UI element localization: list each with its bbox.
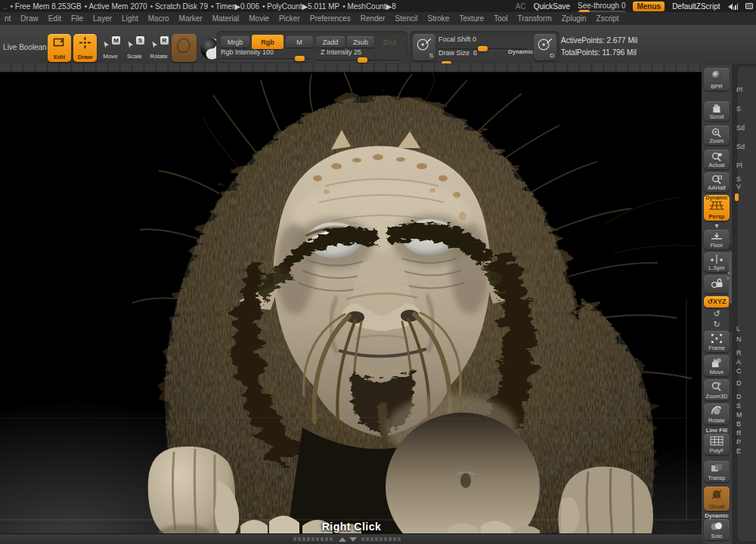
tray-label-13[interactable]: D xyxy=(736,393,742,400)
tray-label-7[interactable]: L xyxy=(736,325,740,332)
tray-label-6[interactable]: V xyxy=(736,183,741,190)
tray-label-3[interactable]: Sd xyxy=(736,143,745,150)
menu-item-file[interactable]: File xyxy=(71,14,83,23)
scroll-button[interactable]: Scroll xyxy=(704,101,730,121)
mrgb-button[interactable]: Mrgb xyxy=(221,36,249,48)
current-brush-button[interactable] xyxy=(172,34,197,62)
menu-item-light[interactable]: Light xyxy=(122,14,138,23)
scale-button[interactable]: S Scale xyxy=(124,36,145,61)
menu-item-macro[interactable]: Macro xyxy=(148,14,169,23)
canvas-bottom-divider[interactable] xyxy=(0,533,703,544)
right-tray[interactable]: Pl S Sd Sd Pl S V L N R A C D D S M B R … xyxy=(732,63,756,544)
default-zscript-button[interactable]: DefaultZScript xyxy=(672,2,720,11)
menus-button[interactable]: Menus xyxy=(633,2,665,11)
z-rotation-button[interactable]: ↻ xyxy=(706,320,727,328)
tray-label-17[interactable]: R xyxy=(736,429,742,437)
menu-item-zplugin[interactable]: Zplugin xyxy=(562,14,587,23)
scroll-down-arrow[interactable] xyxy=(349,537,357,542)
scroll-up-arrow[interactable] xyxy=(339,537,346,542)
menu-item-zscript[interactable]: Zscript xyxy=(596,14,619,23)
actual-button[interactable]: Actual xyxy=(704,150,730,169)
right-shelf-scroll-arrows[interactable]: ◂▸ xyxy=(727,270,730,281)
draw-button[interactable]: Draw xyxy=(73,34,97,62)
z-intensity-knob[interactable] xyxy=(358,57,367,63)
menu-item-stencil[interactable]: Stencil xyxy=(395,14,417,23)
zoom-button[interactable]: Zoom xyxy=(704,125,730,145)
tray-label-14[interactable]: S xyxy=(736,402,741,410)
bottom-scroll-right[interactable] xyxy=(361,537,401,541)
screen-icon[interactable] xyxy=(745,3,753,9)
tray-label-12[interactable]: D xyxy=(736,379,742,387)
title-prefix: .. xyxy=(3,2,8,11)
stroke-picker-button[interactable]: S xyxy=(413,34,435,60)
speaker-icon[interactable] xyxy=(728,3,739,10)
edit-button[interactable]: Edit xyxy=(48,34,71,62)
move-button[interactable]: M Move xyxy=(100,36,121,61)
menu-item-draw[interactable]: Draw xyxy=(20,14,38,23)
tray-label-15[interactable]: M xyxy=(736,411,742,419)
floor-button[interactable]: Floor xyxy=(704,230,730,249)
solo-button[interactable]: Solo xyxy=(704,519,730,540)
menu-item-picker[interactable]: Picker xyxy=(279,14,300,23)
rgb-intensity-knob[interactable] xyxy=(295,56,305,61)
dynamic-draw-size-label[interactable]: Dynamic xyxy=(508,48,533,55)
rotate-view-button[interactable]: Rotate xyxy=(704,403,730,425)
tray-label-18[interactable]: P xyxy=(736,438,741,446)
menu-item-tool[interactable]: Tool xyxy=(494,14,507,23)
transp-button[interactable]: Transp xyxy=(704,461,730,482)
see-through-slider[interactable]: See-through 0 xyxy=(578,2,625,11)
m-button[interactable]: M xyxy=(286,36,313,48)
frame-button[interactable]: Frame xyxy=(704,331,730,352)
menu-item-partial[interactable]: nt xyxy=(5,14,11,23)
tray-label-4[interactable]: Pl xyxy=(736,162,742,169)
rotate-button[interactable]: R Rotate xyxy=(148,36,169,61)
tray-label-11[interactable]: C xyxy=(736,367,742,375)
tray-label-19[interactable]: E xyxy=(736,447,741,455)
menu-item-edit[interactable]: Edit xyxy=(48,14,61,23)
menu-item-movie[interactable]: Movie xyxy=(249,14,269,23)
tray-label-0[interactable]: Pl xyxy=(736,86,742,94)
dynamic-persp-header: Dynamic xyxy=(704,195,730,201)
tray-label-5[interactable]: S xyxy=(736,175,741,183)
persp-button[interactable]: Dynamic Persp xyxy=(704,195,730,221)
tray-label-10[interactable]: A xyxy=(736,358,741,366)
menu-item-stroke[interactable]: Stroke xyxy=(427,14,449,23)
tray-label-16[interactable]: B xyxy=(736,420,741,428)
rgb-button[interactable]: Rgb xyxy=(252,35,284,49)
xyz-rotation-button[interactable]: ↺XYZ xyxy=(704,296,730,308)
quicksave-button[interactable]: QuickSave xyxy=(534,2,570,11)
menu-item-layer[interactable]: Layer xyxy=(93,14,112,23)
tray-label-9[interactable]: R xyxy=(736,349,742,357)
menu-item-material[interactable]: Material xyxy=(212,14,240,23)
canvas-top-divider[interactable] xyxy=(0,63,703,73)
aahalf-button[interactable]: AAHalf xyxy=(704,172,730,192)
shelf-divider-handle[interactable]: ▾ xyxy=(706,222,727,230)
zadd-button[interactable]: Zadd xyxy=(316,36,345,48)
menu-item-texture[interactable]: Texture xyxy=(459,14,484,23)
zoom3d-button[interactable]: Zoom3D xyxy=(704,379,730,400)
tray-slider-knob[interactable] xyxy=(735,193,739,201)
menu-item-render[interactable]: Render xyxy=(361,14,386,23)
tray-label-1[interactable]: S xyxy=(736,105,741,113)
y-rotation-button[interactable]: ↺ xyxy=(706,310,727,317)
z-intensity-slider[interactable] xyxy=(316,60,401,61)
menu-item-preferences[interactable]: Preferences xyxy=(310,14,351,23)
move-view-button[interactable]: Move xyxy=(704,355,730,376)
menu-item-transform[interactable]: Transform xyxy=(518,14,552,23)
menu-item-marker[interactable]: Marker xyxy=(179,14,203,23)
bpr-button[interactable]: BPR xyxy=(704,68,730,91)
zcut-button[interactable]: Zcut xyxy=(377,36,401,48)
document-canvas[interactable]: Right Click xyxy=(0,73,703,533)
rgb-intensity-slider[interactable] xyxy=(221,58,311,60)
tray-label-8[interactable]: N xyxy=(736,335,742,343)
lsym-button[interactable]: L.Sym xyxy=(704,252,730,272)
zsub-button[interactable]: Zsub xyxy=(347,36,374,48)
focal-shift-knob[interactable] xyxy=(478,46,488,51)
local-lock-button[interactable] xyxy=(704,275,730,293)
tray-label-2[interactable]: Sd xyxy=(736,124,745,131)
ghost-button[interactable]: Ghost xyxy=(704,487,730,511)
live-boolean-button[interactable]: Live Boolean xyxy=(2,40,48,54)
polyf-button[interactable]: PolyF xyxy=(704,434,730,455)
draw-indicator-button[interactable]: D xyxy=(534,34,556,60)
bottom-scroll-left[interactable] xyxy=(293,537,333,541)
